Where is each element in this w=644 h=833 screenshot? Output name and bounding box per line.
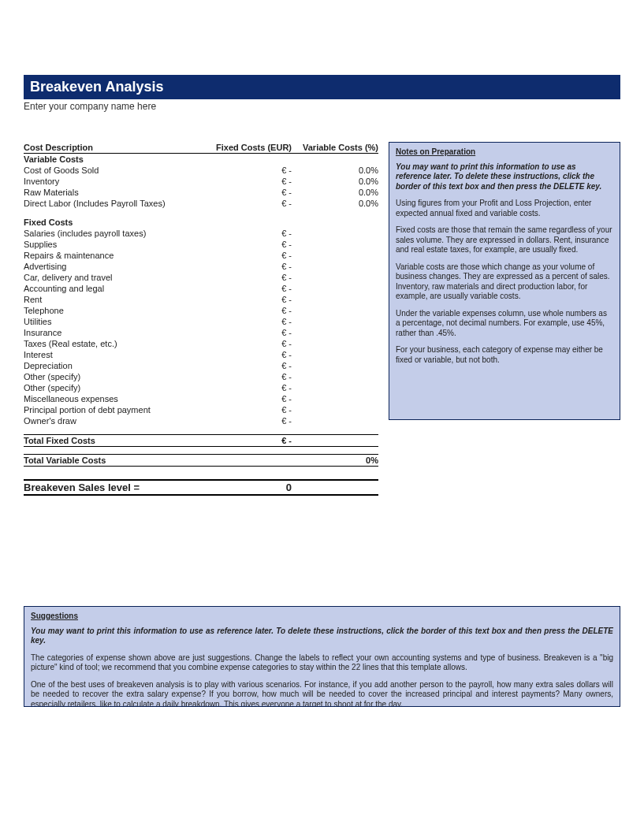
fixed-cost-cell[interactable]: € - [197, 360, 292, 371]
cost-label[interactable]: Other (specify) [24, 371, 197, 382]
page-title-bar: Breakeven Analysis [24, 75, 620, 99]
fixed-cost-cell[interactable]: € - [197, 415, 292, 426]
notes-p5: Under the variable expenses column, use … [396, 309, 613, 339]
cost-label[interactable]: Repairs & maintenance [24, 250, 197, 261]
col-variable: Variable Costs (%) [292, 142, 378, 154]
table-row: Advertising€ - [24, 261, 378, 272]
notes-p2: Using figures from your Profit and Loss … [396, 199, 613, 218]
notes-p3: Fixed costs are those that remain the sa… [396, 225, 613, 255]
table-row: Inventory€ -0.0% [24, 176, 378, 187]
breakeven-label: Breakeven Sales level = [24, 480, 197, 495]
cost-label[interactable]: Accounting and legal [24, 283, 197, 294]
cost-label[interactable]: Supplies [24, 239, 197, 250]
table-row: Cost of Goods Sold€ -0.0% [24, 165, 378, 176]
suggestions-title: Suggestions [31, 612, 613, 622]
page-title: Breakeven Analysis [30, 79, 163, 95]
fixed-cost-cell[interactable]: € - [197, 327, 292, 338]
table-row: Raw Materials€ -0.0% [24, 187, 378, 198]
table-row: Owner's draw€ - [24, 415, 378, 426]
cost-label[interactable]: Owner's draw [24, 415, 197, 426]
table-row: Direct Labor (Includes Payroll Taxes)€ -… [24, 198, 378, 209]
fixed-cost-cell[interactable]: € - [197, 382, 292, 393]
fixed-cost-cell[interactable]: € - [197, 239, 292, 250]
fixed-cost-cell[interactable]: € - [197, 165, 292, 176]
cost-label[interactable]: Car, delivery and travel [24, 272, 197, 283]
table-row: Salaries (includes payroll taxes)€ - [24, 228, 378, 239]
fixed-cost-cell[interactable]: € - [197, 393, 292, 404]
table-row: Telephone€ - [24, 305, 378, 316]
cost-label[interactable]: Principal portion of debt payment [24, 404, 197, 415]
fixed-cost-cell[interactable]: € - [197, 272, 292, 283]
table-row: Insurance€ - [24, 327, 378, 338]
table-row: Utilities€ - [24, 316, 378, 327]
cost-label[interactable]: Salaries (includes payroll taxes) [24, 228, 197, 239]
total-variable-label: Total Variable Costs [24, 454, 197, 466]
cost-label[interactable]: Rent [24, 294, 197, 305]
fixed-cost-cell[interactable]: € - [197, 261, 292, 272]
notes-p4: Variable costs are those which change as… [396, 262, 613, 302]
table-row: Taxes (Real estate, etc.)€ - [24, 338, 378, 349]
table-row: Other (specify)€ - [24, 371, 378, 382]
fixed-cost-cell[interactable]: € - [197, 294, 292, 305]
col-description: Cost Description [24, 142, 197, 154]
cost-label[interactable]: Direct Labor (Includes Payroll Taxes) [24, 198, 197, 209]
company-name[interactable]: Enter your company name here [24, 101, 644, 112]
suggestions-box: Suggestions You may want to print this i… [24, 606, 620, 707]
col-fixed: Fixed Costs (EUR) [197, 142, 292, 154]
fixed-cost-cell[interactable]: € - [197, 198, 292, 209]
cost-table: Cost Description Fixed Costs (EUR) Varia… [24, 142, 378, 496]
cost-label[interactable]: Taxes (Real estate, etc.) [24, 338, 197, 349]
fixed-cost-cell[interactable]: € - [197, 187, 292, 198]
notes-box: Notes on Preparation You may want to pri… [389, 142, 620, 420]
variable-cost-cell[interactable]: 0.0% [292, 187, 378, 198]
variable-cost-cell[interactable]: 0.0% [292, 198, 378, 209]
variable-cost-cell[interactable]: 0.0% [292, 165, 378, 176]
fixed-cost-cell[interactable]: € - [197, 176, 292, 187]
variable-cost-cell[interactable]: 0.0% [292, 176, 378, 187]
section-variable-costs: Variable Costs [24, 154, 378, 165]
breakeven-value: 0 [197, 480, 292, 495]
table-row: Accounting and legal€ - [24, 283, 378, 294]
fixed-cost-cell[interactable]: € - [197, 283, 292, 294]
fixed-cost-cell[interactable]: € - [197, 404, 292, 415]
total-variable-value: 0% [292, 454, 378, 466]
fixed-cost-cell[interactable]: € - [197, 305, 292, 316]
cost-label[interactable]: Miscellaneous expenses [24, 393, 197, 404]
cost-label[interactable]: Cost of Goods Sold [24, 165, 197, 176]
cost-label[interactable]: Advertising [24, 261, 197, 272]
table-row: Car, delivery and travel€ - [24, 272, 378, 283]
fixed-cost-cell[interactable]: € - [197, 316, 292, 327]
fixed-cost-cell[interactable]: € - [197, 228, 292, 239]
fixed-cost-cell[interactable]: € - [197, 338, 292, 349]
total-fixed-label: Total Fixed Costs [24, 434, 197, 446]
table-row: Principal portion of debt payment€ - [24, 404, 378, 415]
cost-label[interactable]: Interest [24, 349, 197, 360]
notes-p6: For your business, each category of expe… [396, 345, 613, 365]
notes-title: Notes on Preparation [396, 147, 613, 158]
suggestions-p2: The categories of expense shown above ar… [31, 653, 613, 673]
table-row: Rent€ - [24, 294, 378, 305]
notes-p1: You may want to print this information t… [396, 162, 613, 192]
fixed-cost-cell[interactable]: € - [197, 250, 292, 261]
cost-label[interactable]: Telephone [24, 305, 197, 316]
cost-label[interactable]: Depreciation [24, 360, 197, 371]
total-fixed-value: € - [197, 434, 292, 446]
cost-label[interactable]: Inventory [24, 176, 197, 187]
fixed-cost-cell[interactable]: € - [197, 371, 292, 382]
cost-label[interactable]: Utilities [24, 316, 197, 327]
cost-label[interactable]: Insurance [24, 327, 197, 338]
table-row: Other (specify)€ - [24, 382, 378, 393]
suggestions-p1: You may want to print this information t… [31, 627, 613, 646]
table-row: Miscellaneous expenses€ - [24, 393, 378, 404]
section-fixed-costs: Fixed Costs [24, 217, 197, 228]
cost-label[interactable]: Raw Materials [24, 187, 197, 198]
table-row: Supplies€ - [24, 239, 378, 250]
fixed-cost-cell[interactable]: € - [197, 349, 292, 360]
suggestions-p3: One of the best uses of breakeven analys… [31, 680, 613, 708]
table-row: Depreciation€ - [24, 360, 378, 371]
cost-label[interactable]: Other (specify) [24, 382, 197, 393]
table-row: Interest€ - [24, 349, 378, 360]
table-row: Repairs & maintenance€ - [24, 250, 378, 261]
